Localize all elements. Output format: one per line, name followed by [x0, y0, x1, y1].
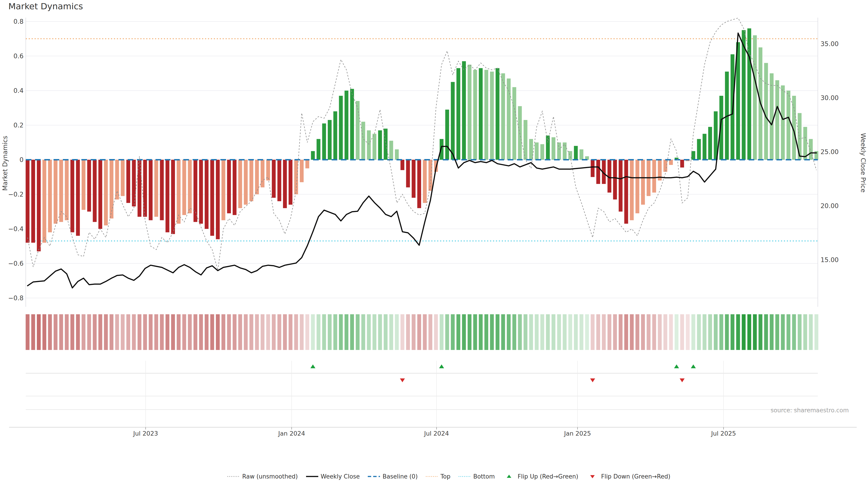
heatmap-cell [199, 314, 203, 350]
heatmap-cell [98, 314, 102, 350]
heatmap-cell [591, 314, 594, 350]
flip-up-marker [691, 364, 696, 368]
heatmap-cell [54, 314, 57, 350]
legend-swatch-solid-line [306, 474, 319, 480]
heatmap-cell [126, 314, 130, 350]
heatmap-cell [277, 314, 281, 350]
heatmap-cell [300, 314, 304, 350]
heatmap-cell [546, 314, 550, 350]
heatmap-cell [680, 314, 684, 350]
legend-swatch-dotted-line [426, 474, 438, 480]
heatmap-cell [703, 314, 706, 350]
heatmap-cell [266, 314, 270, 350]
heatmap-cell [132, 314, 136, 350]
heatmap-cell [445, 314, 449, 350]
heatmap-cell [496, 314, 500, 350]
heatmap-cell [814, 314, 818, 350]
heatmap-cell [809, 314, 813, 350]
heatmap-cell [663, 314, 667, 350]
heatmap-cell [171, 314, 175, 350]
heatmap-cell [260, 314, 265, 350]
heatmap-cell [149, 314, 153, 350]
heatmap-cell [468, 314, 471, 350]
heatmap-cell [283, 314, 287, 350]
legend-item: Raw (unsmoothed) [227, 473, 298, 480]
x-axis-tick: Jul 2025 [711, 430, 736, 437]
legend-item: Bottom [458, 473, 495, 480]
heatmap-cell [429, 314, 432, 350]
left-axis-tick: 0.6 [13, 53, 24, 60]
flip-up-marker [310, 364, 315, 368]
legend-item: Weekly Close [306, 473, 360, 480]
heatmap-cell [244, 314, 248, 350]
heatmap-cell [82, 314, 86, 350]
heatmap-cell [216, 314, 220, 350]
legend-item: Baseline (0) [367, 473, 417, 480]
heatmap-cell [675, 314, 679, 350]
heatmap-cell [31, 314, 35, 350]
heatmap-cell [70, 314, 74, 350]
heatmap-cell [479, 314, 483, 350]
heatmap-cell [294, 314, 298, 350]
heatmap-cell [238, 314, 242, 350]
left-axis-tick: −0.4 [8, 225, 24, 233]
legend-item: Flip Up (Red→Green) [502, 473, 578, 480]
heatmap-cell [289, 314, 292, 350]
x-axis-tick: Jul 2023 [133, 430, 158, 437]
heatmap-cell [154, 314, 158, 350]
heatmap-cell [356, 314, 360, 350]
heatmap-cell [552, 314, 555, 350]
heatmap-cell [501, 314, 505, 350]
heatmap-cell [250, 314, 253, 350]
heatmap-cell [311, 314, 315, 350]
heatmap-cell [462, 314, 466, 350]
legend-label: Flip Up (Red→Green) [518, 473, 578, 480]
heatmap-cell [764, 314, 768, 350]
heatmap-cell [574, 314, 578, 350]
legend-label: Flip Down (Green→Red) [601, 473, 670, 480]
x-axis-tick: Jan 2025 [563, 430, 591, 437]
heatmap-cell [317, 314, 320, 350]
heatmap-cell [26, 314, 30, 350]
heatmap-cell [378, 314, 382, 350]
x-axis-tick: Jul 2024 [424, 430, 449, 437]
heatmap-cell [93, 314, 97, 350]
heatmap-cell [658, 314, 662, 350]
heatmap-cell [110, 314, 114, 350]
left-axis-tick: 0 [20, 156, 24, 164]
legend-label: Bottom [473, 473, 495, 480]
left-axis-tick: 0.2 [13, 122, 24, 129]
legend-swatch-triangle-down [586, 474, 599, 480]
heatmap-cell [339, 314, 343, 350]
heatmap-cell [138, 314, 142, 350]
heatmap-cell [563, 314, 567, 350]
heatmap-cell [417, 314, 421, 350]
heatmap-cell [630, 314, 634, 350]
heatmap-cell [350, 314, 354, 350]
heatmap-cell [507, 314, 510, 350]
heatmap-cell [434, 314, 438, 350]
heatmap-cell [781, 314, 785, 350]
right-axis-tick: 35.00 [820, 40, 839, 48]
heatmap-cell [786, 314, 790, 350]
heatmap-cell [328, 314, 332, 350]
heatmap-cell [647, 314, 651, 350]
legend-swatch-triangle-up [502, 474, 516, 480]
left-axis-tick: 0.8 [13, 18, 24, 25]
heatmap-cell [736, 314, 740, 350]
legend-label: Top [440, 473, 451, 480]
chart-legend: Raw (unsmoothed)Weekly CloseBaseline (0)… [29, 473, 868, 480]
heatmap-cell [115, 314, 119, 350]
heatmap-cell [535, 314, 539, 350]
heatmap-cell [580, 314, 583, 350]
legend-label: Raw (unsmoothed) [242, 473, 298, 480]
right-axis-tick: 30.00 [820, 94, 839, 102]
heatmap-cell [423, 314, 427, 350]
heatmap-cell [624, 314, 628, 350]
legend-swatch-dotted-line [227, 474, 240, 480]
heatmap-cell [42, 314, 46, 350]
left-axis-tick: 0.4 [13, 87, 24, 94]
heatmap-cell [568, 314, 572, 350]
heatmap-cell [87, 314, 91, 350]
heatmap-cell [652, 314, 656, 350]
